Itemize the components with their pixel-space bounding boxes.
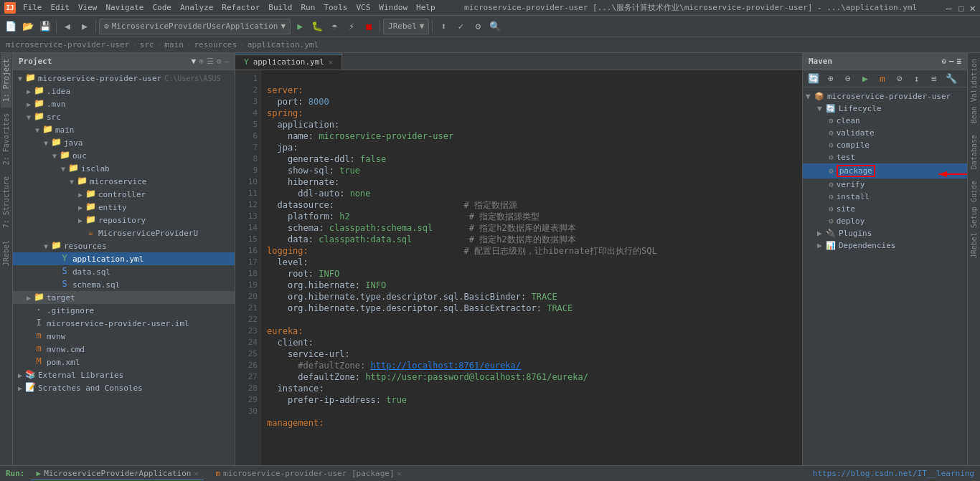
coverage-button[interactable]: ☂ — [326, 19, 342, 34]
tree-item-iml[interactable]: ▶ I microservice-provider-user.iml — [13, 317, 235, 330]
tree-item-entity[interactable]: ▶ 📁 entity — [13, 201, 235, 214]
tree-item-external-libs[interactable]: ▶ 📚 External Libraries — [13, 368, 235, 381]
maven-col-button[interactable]: ≡ — [926, 71, 942, 87]
tab-structure[interactable]: 7: Structure — [1, 171, 11, 234]
project-settings-button[interactable]: ⚙ — [217, 57, 222, 66]
tree-item-mvnw[interactable]: ▶ m mvnw — [13, 330, 235, 343]
tree-item-idea[interactable]: ▶ 📁 .idea — [13, 85, 235, 97]
maven-run-button[interactable]: ▶ — [857, 71, 873, 87]
tree-item-resources[interactable]: ▼ 📁 resources — [13, 239, 235, 252]
jrebel-dropdown[interactable]: JRebel ▼ — [383, 19, 429, 34]
menu-window[interactable]: Window — [379, 3, 407, 12]
breadcrumb-project[interactable]: microservice-provider-user — [6, 40, 129, 49]
project-close-button[interactable]: — — [224, 57, 229, 66]
window-controls[interactable]: — ☐ ✕ — [946, 2, 976, 14]
tree-item-target[interactable]: ▶ 📁 target — [13, 291, 235, 304]
menu-code[interactable]: Code — [152, 3, 171, 12]
maven-validate[interactable]: ⚙ validate — [803, 127, 967, 139]
code-content[interactable]: server: port: 8000 spring: application: … — [261, 70, 802, 465]
run-config-dropdown[interactable]: ⚙ MicroserviceProviderUserApplication ▼ — [99, 19, 291, 34]
close-button[interactable]: ✕ — [970, 2, 976, 14]
back-button[interactable]: ◀ — [60, 19, 75, 34]
tab-bean-validation[interactable]: Bean Validation — [969, 53, 979, 129]
project-layout-button[interactable]: ☰ — [207, 57, 214, 66]
maven-dependencies-group[interactable]: ▶ 📊 Dependencies — [803, 239, 967, 252]
maven-settings-button[interactable]: ⚙ — [941, 57, 946, 66]
tree-item-mvnw-cmd[interactable]: ▶ m mvnw.cmd — [13, 343, 235, 356]
maven-deploy[interactable]: ⚙ deploy — [803, 215, 967, 227]
tab-favorites[interactable]: 2: Favorites — [1, 108, 11, 171]
run-tab-package[interactable]: m microservice-provider-user [package] ✕ — [209, 467, 407, 480]
maven-minimize-button[interactable]: — — [949, 57, 954, 66]
menu-run[interactable]: Run — [301, 3, 315, 12]
menu-build[interactable]: Build — [268, 3, 292, 12]
profile-button[interactable]: ⚡ — [344, 19, 359, 34]
tree-item-main[interactable]: ▼ 📁 main — [13, 123, 235, 136]
run-tab-package-close[interactable]: ✕ — [397, 470, 402, 477]
tab-yml-close[interactable]: ✕ — [329, 58, 333, 66]
tree-item-main-class[interactable]: ▶ ☕ MicroserviceProviderU — [13, 227, 235, 239]
tree-item-data-sql[interactable]: ▶ S data.sql — [13, 265, 235, 278]
tab-jrebel-setup[interactable]: JRebel Setup Guide — [969, 175, 979, 264]
debug-button[interactable]: 🐛 — [309, 19, 325, 34]
breadcrumb-src[interactable]: src — [140, 40, 154, 49]
menu-view[interactable]: View — [78, 3, 98, 12]
maven-m-button[interactable]: m — [875, 71, 890, 87]
maven-plugins-group[interactable]: ▶ 🔌 Plugins — [803, 227, 967, 239]
menu-file[interactable]: File — [23, 3, 42, 12]
tree-item-microservice[interactable]: ▼ 📁 microservice — [13, 175, 235, 188]
project-add-button[interactable]: ⊕ — [199, 57, 204, 66]
breadcrumb-resources[interactable]: resources — [194, 40, 237, 49]
tab-jrebel[interactable]: JRebel — [1, 234, 11, 272]
search-everywhere-button[interactable]: 🔍 — [487, 19, 503, 34]
tree-item-isclab[interactable]: ▼ 📁 isclab — [13, 162, 235, 175]
tree-item-gitignore[interactable]: ▶ · .gitignore — [13, 304, 235, 317]
tab-project[interactable]: 1: Project — [1, 53, 11, 108]
tree-item-java[interactable]: ▼ 📁 java — [13, 136, 235, 149]
breadcrumb-main[interactable]: main — [164, 40, 184, 49]
maven-package[interactable]: ⚙ package 打包按钮 — [803, 163, 967, 178]
maven-compile[interactable]: ⚙ compile — [803, 139, 967, 151]
tree-root[interactable]: ▼ 📁 microservice-provider-user C:\Users\… — [13, 72, 235, 85]
menu-bar[interactable]: File Edit View Navigate Code Analyze Ref… — [23, 3, 435, 12]
settings-button[interactable]: ⚙ — [470, 19, 486, 34]
maximize-button[interactable]: ☐ — [958, 2, 963, 14]
tab-database[interactable]: Database — [969, 129, 979, 175]
vcs-commit-button[interactable]: ✓ — [453, 19, 468, 34]
vcs-update-button[interactable]: ⬆ — [435, 19, 451, 34]
menu-refactor[interactable]: Refactor — [222, 3, 260, 12]
minimize-button[interactable]: — — [946, 2, 952, 14]
menu-edit[interactable]: Edit — [51, 3, 70, 12]
maven-skip-button[interactable]: ⊘ — [892, 71, 908, 87]
menu-tools[interactable]: Tools — [324, 3, 347, 12]
run-tab-app-close[interactable]: ✕ — [194, 470, 198, 477]
open-button[interactable]: 📂 — [20, 19, 36, 34]
run-tab-app[interactable]: ▶ MicroserviceProviderApplication ✕ — [31, 467, 204, 480]
maven-lifecycle-group[interactable]: ▼ 🔄 Lifecycle — [803, 103, 967, 115]
maven-test[interactable]: ⚙ test — [803, 151, 967, 163]
tree-item-mvn[interactable]: ▶ 📁 .mvn — [13, 97, 235, 110]
forward-button[interactable]: ▶ — [77, 19, 93, 34]
tree-item-src[interactable]: ▼ 📁 src — [13, 110, 235, 123]
new-file-button[interactable]: 📄 — [3, 19, 19, 34]
save-button[interactable]: 💾 — [37, 19, 53, 34]
tree-item-scratches[interactable]: ▶ 📝 Scratches and Consoles — [13, 381, 235, 394]
maven-project-root[interactable]: ▼ 📦 microservice-provider-user — [803, 90, 967, 103]
maven-refresh-button[interactable]: 🔄 — [806, 71, 821, 87]
tree-item-pom[interactable]: ▶ M pom.xml — [13, 356, 235, 368]
maven-tool-button[interactable]: 🔧 — [943, 71, 959, 87]
tree-item-ouc[interactable]: ▼ 📁 ouc — [13, 149, 235, 162]
maven-add-button[interactable]: ⊕ — [823, 71, 839, 87]
menu-navigate[interactable]: Navigate — [106, 3, 144, 12]
maven-install[interactable]: ⚙ install — [803, 191, 967, 203]
maven-site[interactable]: ⚙ site — [803, 203, 967, 215]
run-button[interactable]: ▶ — [292, 19, 308, 34]
menu-vcs[interactable]: VCS — [356, 3, 370, 12]
tree-item-application-yml[interactable]: ▶ Y application.yml — [13, 252, 235, 265]
breadcrumb-file[interactable]: application.yml — [248, 40, 319, 49]
maven-toggle-button[interactable]: ↕ — [909, 71, 925, 87]
stop-button[interactable]: ■ — [361, 19, 377, 34]
tree-item-repository[interactable]: ▶ 📁 repository — [13, 214, 235, 227]
menu-help[interactable]: Help — [416, 3, 435, 12]
tree-item-controller[interactable]: ▶ 📁 controller — [13, 188, 235, 201]
